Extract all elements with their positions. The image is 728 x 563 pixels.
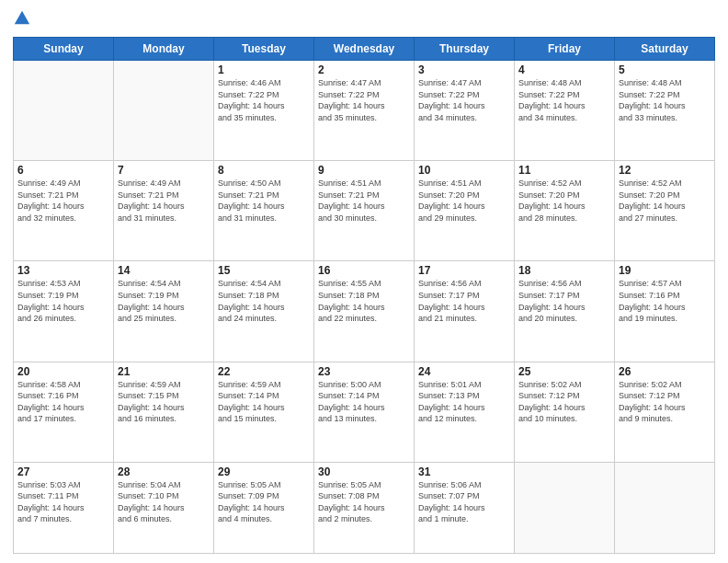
day-info: Sunrise: 4:49 AM Sunset: 7:21 PM Dayligh… — [17, 178, 109, 224]
day-number: 18 — [518, 264, 610, 277]
day-number: 28 — [118, 465, 210, 478]
calendar-week-1: 1Sunrise: 4:46 AM Sunset: 7:22 PM Daylig… — [14, 61, 715, 161]
calendar-cell: 4Sunrise: 4:48 AM Sunset: 7:22 PM Daylig… — [515, 61, 615, 161]
calendar-cell: 12Sunrise: 4:52 AM Sunset: 7:20 PM Dayli… — [615, 161, 715, 261]
calendar-header-thursday: Thursday — [415, 38, 515, 61]
day-number: 6 — [17, 164, 109, 177]
calendar-week-3: 13Sunrise: 4:53 AM Sunset: 7:19 PM Dayli… — [14, 261, 715, 362]
calendar-header-saturday: Saturday — [615, 38, 715, 61]
calendar-cell: 8Sunrise: 4:50 AM Sunset: 7:21 PM Daylig… — [214, 161, 314, 261]
day-info: Sunrise: 4:54 AM Sunset: 7:19 PM Dayligh… — [118, 278, 210, 324]
calendar-cell — [515, 462, 615, 553]
day-info: Sunrise: 4:48 AM Sunset: 7:22 PM Dayligh… — [619, 77, 711, 123]
day-info: Sunrise: 5:06 AM Sunset: 7:07 PM Dayligh… — [418, 479, 510, 525]
calendar-header-friday: Friday — [515, 38, 615, 61]
day-info: Sunrise: 5:05 AM Sunset: 7:08 PM Dayligh… — [318, 479, 410, 525]
day-number: 15 — [218, 264, 310, 277]
calendar-cell: 22Sunrise: 4:59 AM Sunset: 7:14 PM Dayli… — [214, 362, 314, 462]
day-info: Sunrise: 4:53 AM Sunset: 7:19 PM Dayligh… — [17, 278, 109, 324]
day-info: Sunrise: 4:50 AM Sunset: 7:21 PM Dayligh… — [218, 178, 310, 224]
calendar-cell: 1Sunrise: 4:46 AM Sunset: 7:22 PM Daylig… — [214, 61, 314, 161]
day-number: 30 — [318, 465, 410, 478]
day-number: 27 — [17, 465, 109, 478]
calendar-cell: 2Sunrise: 4:47 AM Sunset: 7:22 PM Daylig… — [314, 61, 415, 161]
day-info: Sunrise: 4:59 AM Sunset: 7:15 PM Dayligh… — [118, 379, 210, 425]
day-number: 20 — [17, 365, 109, 378]
calendar-cell: 5Sunrise: 4:48 AM Sunset: 7:22 PM Daylig… — [615, 61, 715, 161]
calendar-table: SundayMondayTuesdayWednesdayThursdayFrid… — [13, 37, 715, 554]
day-info: Sunrise: 5:00 AM Sunset: 7:14 PM Dayligh… — [318, 379, 410, 425]
calendar-cell: 3Sunrise: 4:47 AM Sunset: 7:22 PM Daylig… — [415, 61, 515, 161]
day-number: 23 — [318, 365, 410, 378]
day-number: 19 — [619, 264, 711, 277]
calendar-cell: 6Sunrise: 4:49 AM Sunset: 7:21 PM Daylig… — [14, 161, 114, 261]
day-info: Sunrise: 4:49 AM Sunset: 7:21 PM Dayligh… — [118, 178, 210, 224]
day-info: Sunrise: 5:02 AM Sunset: 7:12 PM Dayligh… — [518, 379, 610, 425]
day-number: 3 — [418, 63, 510, 76]
calendar-cell: 19Sunrise: 4:57 AM Sunset: 7:16 PM Dayli… — [615, 261, 715, 362]
day-info: Sunrise: 4:57 AM Sunset: 7:16 PM Dayligh… — [619, 278, 711, 324]
logo-icon — [13, 9, 31, 28]
day-number: 10 — [418, 164, 510, 177]
calendar-cell — [14, 61, 114, 161]
day-info: Sunrise: 4:52 AM Sunset: 7:20 PM Dayligh… — [518, 178, 610, 224]
calendar-cell: 10Sunrise: 4:51 AM Sunset: 7:20 PM Dayli… — [415, 161, 515, 261]
calendar-cell: 18Sunrise: 4:56 AM Sunset: 7:17 PM Dayli… — [515, 261, 615, 362]
calendar-header-wednesday: Wednesday — [314, 38, 415, 61]
day-info: Sunrise: 4:51 AM Sunset: 7:21 PM Dayligh… — [318, 178, 410, 224]
calendar-cell: 23Sunrise: 5:00 AM Sunset: 7:14 PM Dayli… — [314, 362, 415, 462]
day-number: 21 — [118, 365, 210, 378]
calendar-cell — [114, 61, 214, 161]
day-info: Sunrise: 5:03 AM Sunset: 7:11 PM Dayligh… — [17, 479, 109, 525]
day-number: 29 — [218, 465, 310, 478]
calendar-cell: 27Sunrise: 5:03 AM Sunset: 7:11 PM Dayli… — [14, 462, 114, 553]
day-info: Sunrise: 4:51 AM Sunset: 7:20 PM Dayligh… — [418, 178, 510, 224]
calendar-cell: 28Sunrise: 5:04 AM Sunset: 7:10 PM Dayli… — [114, 462, 214, 553]
calendar-cell: 26Sunrise: 5:02 AM Sunset: 7:12 PM Dayli… — [615, 362, 715, 462]
day-number: 5 — [619, 63, 711, 76]
calendar-cell: 15Sunrise: 4:54 AM Sunset: 7:18 PM Dayli… — [214, 261, 314, 362]
calendar-header-monday: Monday — [114, 38, 214, 61]
day-info: Sunrise: 4:48 AM Sunset: 7:22 PM Dayligh… — [518, 77, 610, 123]
day-info: Sunrise: 4:46 AM Sunset: 7:22 PM Dayligh… — [218, 77, 310, 123]
day-number: 12 — [619, 164, 711, 177]
day-info: Sunrise: 4:54 AM Sunset: 7:18 PM Dayligh… — [218, 278, 310, 324]
day-info: Sunrise: 5:05 AM Sunset: 7:09 PM Dayligh… — [218, 479, 310, 525]
day-info: Sunrise: 5:04 AM Sunset: 7:10 PM Dayligh… — [118, 479, 210, 525]
day-info: Sunrise: 4:56 AM Sunset: 7:17 PM Dayligh… — [418, 278, 510, 324]
day-info: Sunrise: 4:52 AM Sunset: 7:20 PM Dayligh… — [619, 178, 711, 224]
day-number: 9 — [318, 164, 410, 177]
svg-marker-0 — [15, 11, 29, 25]
day-number: 26 — [619, 365, 711, 378]
calendar-week-4: 20Sunrise: 4:58 AM Sunset: 7:16 PM Dayli… — [14, 362, 715, 462]
calendar-cell: 7Sunrise: 4:49 AM Sunset: 7:21 PM Daylig… — [114, 161, 214, 261]
day-number: 7 — [118, 164, 210, 177]
calendar-header-tuesday: Tuesday — [214, 38, 314, 61]
calendar-cell: 31Sunrise: 5:06 AM Sunset: 7:07 PM Dayli… — [415, 462, 515, 553]
calendar-cell: 17Sunrise: 4:56 AM Sunset: 7:17 PM Dayli… — [415, 261, 515, 362]
calendar-week-2: 6Sunrise: 4:49 AM Sunset: 7:21 PM Daylig… — [14, 161, 715, 261]
day-info: Sunrise: 4:55 AM Sunset: 7:18 PM Dayligh… — [318, 278, 410, 324]
page: SundayMondayTuesdayWednesdayThursdayFrid… — [0, 0, 728, 563]
calendar-header-row: SundayMondayTuesdayWednesdayThursdayFrid… — [14, 38, 715, 61]
calendar-cell: 14Sunrise: 4:54 AM Sunset: 7:19 PM Dayli… — [114, 261, 214, 362]
day-number: 4 — [518, 63, 610, 76]
day-info: Sunrise: 4:47 AM Sunset: 7:22 PM Dayligh… — [318, 77, 410, 123]
day-number: 17 — [418, 264, 510, 277]
logo — [13, 9, 33, 31]
day-number: 2 — [318, 63, 410, 76]
calendar-week-5: 27Sunrise: 5:03 AM Sunset: 7:11 PM Dayli… — [14, 462, 715, 553]
day-info: Sunrise: 5:01 AM Sunset: 7:13 PM Dayligh… — [418, 379, 510, 425]
day-number: 11 — [518, 164, 610, 177]
calendar-cell: 16Sunrise: 4:55 AM Sunset: 7:18 PM Dayli… — [314, 261, 415, 362]
day-number: 13 — [17, 264, 109, 277]
calendar-cell: 9Sunrise: 4:51 AM Sunset: 7:21 PM Daylig… — [314, 161, 415, 261]
day-number: 16 — [318, 264, 410, 277]
calendar-cell: 11Sunrise: 4:52 AM Sunset: 7:20 PM Dayli… — [515, 161, 615, 261]
calendar-cell — [615, 462, 715, 553]
calendar-cell: 13Sunrise: 4:53 AM Sunset: 7:19 PM Dayli… — [14, 261, 114, 362]
header — [13, 9, 715, 31]
day-number: 31 — [418, 465, 510, 478]
calendar-cell: 29Sunrise: 5:05 AM Sunset: 7:09 PM Dayli… — [214, 462, 314, 553]
day-number: 8 — [218, 164, 310, 177]
